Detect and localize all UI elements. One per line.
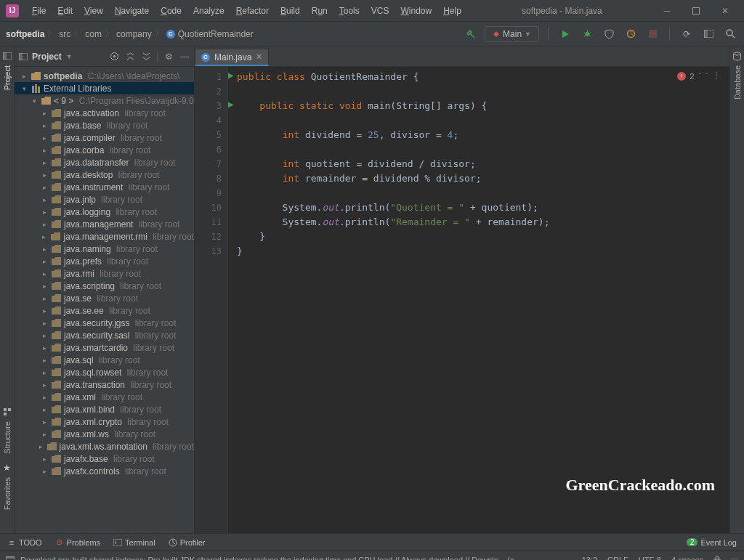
profile-button[interactable] <box>623 26 639 42</box>
project-structure-icon[interactable] <box>700 26 716 42</box>
search-everywhere-icon[interactable] <box>722 26 738 42</box>
coverage-button[interactable] <box>601 26 617 42</box>
maximize-button[interactable] <box>686 4 706 18</box>
gutter-line[interactable]: 5 <box>195 128 222 142</box>
menu-run[interactable]: Run <box>306 3 333 19</box>
tree-external-libraries[interactable]: ▾External Libraries <box>15 82 194 94</box>
caret-position[interactable]: 13:2 <box>582 556 597 561</box>
gutter-run-icon[interactable]: ▶ <box>228 71 234 77</box>
tree-lib-java-naming[interactable]: ▸java.naming library root <box>15 243 194 255</box>
tree-lib-java-transaction[interactable]: ▸java.transaction library root <box>15 378 194 391</box>
line-separator[interactable]: CRLF <box>607 556 628 561</box>
gutter-line[interactable]: 6 <box>195 142 222 157</box>
tree-lib-java-management[interactable]: ▸java.management library root <box>15 218 194 230</box>
tree-jdk[interactable]: ▾< 9 > C:\Program Files\Java\jdk-9.0 <box>15 94 194 107</box>
rail-favorites[interactable]: ★ Favorites <box>2 463 12 510</box>
tree-lib-java-security-sasl[interactable]: ▸java.security.sasl library root <box>15 329 194 341</box>
tree-lib-java-sql[interactable]: ▸java.sql library root <box>15 354 194 366</box>
problems-tab[interactable]: ⊘Problems <box>55 538 100 547</box>
build-hammer-icon[interactable] <box>463 26 479 42</box>
menu-window[interactable]: Window <box>395 3 437 19</box>
menu-edit[interactable]: Edit <box>52 3 78 19</box>
menu-view[interactable]: View <box>78 3 109 19</box>
gear-icon[interactable]: ⚙ <box>163 52 174 62</box>
tree-lib-java-smartcardio[interactable]: ▸java.smartcardio library root <box>15 341 194 354</box>
indent-indicator[interactable]: 4 spaces <box>671 556 703 561</box>
gutter-line[interactable]: 8 <box>195 171 222 186</box>
editor-body[interactable]: 12345678910111213 ▶ ▶ public class Quoti… <box>195 67 729 533</box>
close-tab-icon[interactable]: ✕ <box>256 52 262 62</box>
tree-lib-java-instrument[interactable]: ▸java.instrument library root <box>15 181 194 193</box>
tree-lib-java-sql-rowset[interactable]: ▸java.sql.rowset library root <box>15 366 194 378</box>
git-update-icon[interactable]: ⟳ <box>679 26 695 42</box>
run-button[interactable] <box>557 26 573 42</box>
breadcrumb-company[interactable]: company <box>116 29 152 39</box>
gutter-line[interactable]: 2 <box>195 84 222 99</box>
status-window-icon[interactable] <box>6 556 15 561</box>
tree-lib-java-base[interactable]: ▸java.base library root <box>15 119 194 131</box>
project-tree[interactable]: ▸softpedia C:\Users\ \IdeaProjects\▾Exte… <box>15 67 194 533</box>
tree-lib-java-scripting[interactable]: ▸java.scripting library root <box>15 280 194 292</box>
tree-lib-java-compiler[interactable]: ▸java.compiler library root <box>15 131 194 144</box>
hide-panel-icon[interactable]: — <box>179 52 190 62</box>
rail-structure[interactable]: Structure <box>2 407 12 454</box>
rail-database[interactable]: Database <box>732 51 743 100</box>
run-config-selector[interactable]: Main ▼ <box>485 26 539 42</box>
breadcrumb[interactable]: softpedia 〉 src 〉 com 〉 company 〉 CQuoti… <box>6 28 254 40</box>
menu-code[interactable]: Code <box>155 3 187 19</box>
menu-help[interactable]: Help <box>437 3 467 19</box>
menu-refactor[interactable]: Refactor <box>230 3 275 19</box>
file-encoding[interactable]: UTF-8 <box>639 556 661 561</box>
code-content[interactable]: public class QuotientRemainder { public … <box>228 67 729 533</box>
gutter-line[interactable]: 9 <box>195 186 222 200</box>
event-log-tab[interactable]: 2Event Log <box>687 538 737 547</box>
chevron-down-icon[interactable]: ▼ <box>66 53 73 60</box>
rail-project[interactable]: Project <box>2 51 12 90</box>
close-button[interactable]: ✕ <box>715 4 735 18</box>
breadcrumb-file[interactable]: CQuotientRemainder <box>166 29 254 39</box>
gutter-line[interactable]: 4 <box>195 113 222 128</box>
tree-lib-java-datatransfer[interactable]: ▸java.datatransfer library root <box>15 156 194 169</box>
menu-navigate[interactable]: Navigate <box>109 3 155 19</box>
tree-lib-java-xml-ws-annotation[interactable]: ▸java.xml.ws.annotation library root <box>15 440 194 453</box>
tree-lib-java-xml-crypto[interactable]: ▸java.xml.crypto library root <box>15 415 194 428</box>
tree-lib-java-prefs[interactable]: ▸java.prefs library root <box>15 255 194 267</box>
tree-lib-java-corba[interactable]: ▸java.corba library root <box>15 144 194 156</box>
menu-build[interactable]: Build <box>275 3 306 19</box>
gutter-line[interactable]: 10 <box>195 200 222 215</box>
readonly-lock-icon[interactable] <box>713 556 721 561</box>
tree-lib-java-desktop[interactable]: ▸java.desktop library root <box>15 169 194 181</box>
tree-project-root[interactable]: ▸softpedia C:\Users\ \IdeaProjects\ <box>15 70 194 82</box>
tree-lib-java-activation[interactable]: ▸java.activation library root <box>15 107 194 119</box>
tree-lib-java-rmi[interactable]: ▸java.rmi library root <box>15 267 194 280</box>
tree-lib-java-xml[interactable]: ▸java.xml library root <box>15 391 194 403</box>
tree-lib-java-logging[interactable]: ▸java.logging library root <box>15 206 194 218</box>
gutter-run-icon[interactable]: ▶ <box>228 100 234 106</box>
gutter-line[interactable]: 12 <box>195 230 222 244</box>
gutter-line[interactable]: 7 <box>195 157 222 171</box>
tree-lib-javafx-base[interactable]: ▸javafx.base library root <box>15 453 194 465</box>
project-panel-title[interactable]: Project <box>32 52 62 62</box>
tree-lib-java-jnlp[interactable]: ▸java.jnlp library root <box>15 193 194 206</box>
tree-lib-java-se-ee[interactable]: ▸java.se.ee library root <box>15 304 194 317</box>
tree-lib-java-se[interactable]: ▸java.se library root <box>15 292 194 304</box>
tab-main-java[interactable]: C Main.java ✕ <box>195 49 269 66</box>
breadcrumb-src[interactable]: src <box>59 29 70 39</box>
editor-inspection[interactable]: ! 2 ˆ ˇ ⋮ <box>677 71 721 81</box>
profiler-tab[interactable]: Profiler <box>169 538 206 547</box>
menu-tools[interactable]: Tools <box>333 3 365 19</box>
menu-analyze[interactable]: Analyze <box>187 3 230 19</box>
gutter-line[interactable]: 3 <box>195 99 222 113</box>
gutter-line[interactable]: 13 <box>195 244 222 259</box>
status-message[interactable]: Download pre-built shared indexes: Pre-b… <box>20 556 529 561</box>
tree-lib-javafx-controls[interactable]: ▸javafx.controls library root <box>15 465 194 477</box>
todo-tab[interactable]: ≡TODO <box>7 538 42 547</box>
minimize-button[interactable]: ─ <box>657 4 677 18</box>
menu-file[interactable]: File <box>26 3 52 19</box>
editor-gutter[interactable]: 12345678910111213 <box>195 67 228 533</box>
stop-button[interactable] <box>644 26 660 42</box>
tree-lib-java-xml-ws[interactable]: ▸java.xml.ws library root <box>15 428 194 440</box>
menu-vcs[interactable]: VCS <box>365 3 395 19</box>
tree-lib-java-xml-bind[interactable]: ▸java.xml.bind library root <box>15 403 194 415</box>
tree-lib-java-security-jgss[interactable]: ▸java.security.jgss library root <box>15 317 194 329</box>
